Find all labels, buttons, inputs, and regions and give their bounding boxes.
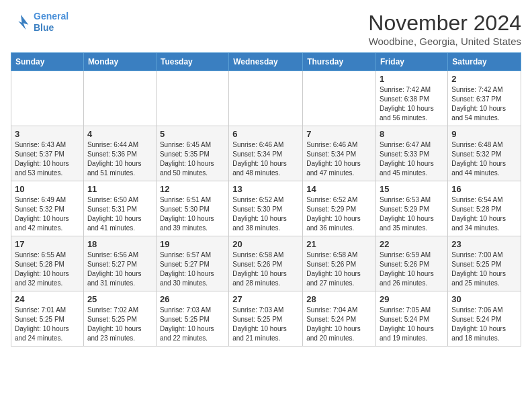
day-cell [11,71,84,126]
day-info: Sunrise: 6:44 AM Sunset: 5:36 PM Dayligh… [87,140,152,178]
week-row-3: 10Sunrise: 6:49 AM Sunset: 5:32 PM Dayli… [11,181,521,236]
day-info: Sunrise: 6:45 AM Sunset: 5:35 PM Dayligh… [160,140,225,178]
calendar-body: 1Sunrise: 7:42 AM Sunset: 6:38 PM Daylig… [11,71,521,347]
day-number: 18 [87,239,152,249]
day-cell: 14Sunrise: 6:52 AM Sunset: 5:29 PM Dayli… [303,181,376,236]
header-cell-thursday: Thursday [303,53,376,71]
day-cell: 23Sunrise: 7:00 AM Sunset: 5:25 PM Dayli… [448,236,521,291]
logo-line2: Blue [34,22,54,33]
week-row-5: 24Sunrise: 7:01 AM Sunset: 5:25 PM Dayli… [11,291,521,347]
day-number: 5 [160,129,225,139]
day-number: 27 [232,294,299,304]
day-info: Sunrise: 7:03 AM Sunset: 5:25 PM Dayligh… [160,306,225,343]
day-info: Sunrise: 6:43 AM Sunset: 5:37 PM Dayligh… [15,140,80,178]
day-info: Sunrise: 6:52 AM Sunset: 5:30 PM Dayligh… [232,195,299,233]
day-cell: 21Sunrise: 6:58 AM Sunset: 5:26 PM Dayli… [303,236,376,291]
day-number: 4 [87,129,152,139]
day-number: 11 [87,184,152,194]
day-cell: 11Sunrise: 6:50 AM Sunset: 5:31 PM Dayli… [83,181,156,236]
day-info: Sunrise: 6:49 AM Sunset: 5:32 PM Dayligh… [15,195,80,233]
day-number: 10 [15,184,80,194]
day-info: Sunrise: 6:46 AM Sunset: 5:34 PM Dayligh… [306,140,372,178]
month-title: November 2024 [368,11,521,36]
day-info: Sunrise: 6:58 AM Sunset: 5:26 PM Dayligh… [232,250,299,288]
day-number: 16 [451,184,517,194]
day-number: 22 [380,239,444,249]
day-cell: 16Sunrise: 6:54 AM Sunset: 5:28 PM Dayli… [448,181,521,236]
header-cell-tuesday: Tuesday [156,53,228,71]
calendar-table: SundayMondayTuesdayWednesdayThursdayFrid… [11,52,521,347]
day-info: Sunrise: 6:50 AM Sunset: 5:31 PM Dayligh… [87,195,152,233]
day-number: 25 [87,294,152,304]
day-number: 30 [451,294,517,304]
day-cell: 6Sunrise: 6:46 AM Sunset: 5:34 PM Daylig… [229,126,303,181]
day-info: Sunrise: 6:46 AM Sunset: 5:34 PM Dayligh… [232,140,299,178]
day-cell [303,71,376,126]
calendar-header: SundayMondayTuesdayWednesdayThursdayFrid… [11,53,521,71]
day-info: Sunrise: 7:42 AM Sunset: 6:38 PM Dayligh… [380,85,444,123]
day-number: 1 [380,74,444,84]
day-cell: 29Sunrise: 7:05 AM Sunset: 5:24 PM Dayli… [376,291,448,347]
day-info: Sunrise: 6:56 AM Sunset: 5:27 PM Dayligh… [87,250,152,288]
day-cell: 10Sunrise: 6:49 AM Sunset: 5:32 PM Dayli… [11,181,84,236]
day-number: 28 [306,294,372,304]
svg-rect-0 [11,12,31,32]
day-cell: 2Sunrise: 7:42 AM Sunset: 6:37 PM Daylig… [448,71,521,126]
logo: General Blue [11,11,69,34]
day-number: 6 [232,129,299,139]
day-number: 9 [451,129,517,139]
day-number: 12 [160,184,225,194]
day-info: Sunrise: 6:48 AM Sunset: 5:32 PM Dayligh… [451,140,517,178]
day-info: Sunrise: 6:53 AM Sunset: 5:29 PM Dayligh… [380,195,444,233]
day-number: 20 [232,239,299,249]
logo-line1: General [34,11,69,21]
day-info: Sunrise: 6:47 AM Sunset: 5:33 PM Dayligh… [380,140,444,178]
day-number: 14 [306,184,372,194]
day-cell: 4Sunrise: 6:44 AM Sunset: 5:36 PM Daylig… [83,126,156,181]
day-number: 2 [451,74,517,84]
day-info: Sunrise: 7:03 AM Sunset: 5:25 PM Dayligh… [232,306,299,343]
day-cell: 24Sunrise: 7:01 AM Sunset: 5:25 PM Dayli… [11,291,84,347]
day-cell [83,71,156,126]
day-cell: 8Sunrise: 6:47 AM Sunset: 5:33 PM Daylig… [376,126,448,181]
week-row-4: 17Sunrise: 6:55 AM Sunset: 5:28 PM Dayli… [11,236,521,291]
day-info: Sunrise: 6:54 AM Sunset: 5:28 PM Dayligh… [451,195,517,233]
day-cell: 1Sunrise: 7:42 AM Sunset: 6:38 PM Daylig… [376,71,448,126]
day-cell: 27Sunrise: 7:03 AM Sunset: 5:25 PM Dayli… [229,291,303,347]
page-header: General Blue November 2024 Woodbine, Geo… [11,11,521,47]
day-number: 15 [380,184,444,194]
day-cell: 19Sunrise: 6:57 AM Sunset: 5:27 PM Dayli… [156,236,228,291]
day-info: Sunrise: 6:52 AM Sunset: 5:29 PM Dayligh… [306,195,372,233]
day-info: Sunrise: 6:58 AM Sunset: 5:26 PM Dayligh… [306,250,372,288]
day-cell: 7Sunrise: 6:46 AM Sunset: 5:34 PM Daylig… [303,126,376,181]
day-info: Sunrise: 7:42 AM Sunset: 6:37 PM Dayligh… [451,85,517,123]
day-info: Sunrise: 6:59 AM Sunset: 5:26 PM Dayligh… [380,250,444,288]
day-cell: 28Sunrise: 7:04 AM Sunset: 5:24 PM Dayli… [303,291,376,347]
week-row-2: 3Sunrise: 6:43 AM Sunset: 5:37 PM Daylig… [11,126,521,181]
day-number: 13 [232,184,299,194]
day-cell: 13Sunrise: 6:52 AM Sunset: 5:30 PM Dayli… [229,181,303,236]
logo-icon [11,12,31,32]
day-number: 17 [15,239,80,249]
day-number: 26 [160,294,225,304]
title-block: November 2024 Woodbine, Georgia, United … [368,11,521,47]
header-cell-monday: Monday [83,53,156,71]
day-info: Sunrise: 6:57 AM Sunset: 5:27 PM Dayligh… [160,250,225,288]
day-info: Sunrise: 6:51 AM Sunset: 5:30 PM Dayligh… [160,195,225,233]
location-subtitle: Woodbine, Georgia, United States [368,36,521,47]
day-number: 3 [15,129,80,139]
day-info: Sunrise: 6:55 AM Sunset: 5:28 PM Dayligh… [15,250,80,288]
day-cell: 20Sunrise: 6:58 AM Sunset: 5:26 PM Dayli… [229,236,303,291]
day-cell: 22Sunrise: 6:59 AM Sunset: 5:26 PM Dayli… [376,236,448,291]
header-cell-saturday: Saturday [448,53,521,71]
day-info: Sunrise: 7:01 AM Sunset: 5:25 PM Dayligh… [15,306,80,343]
day-cell: 12Sunrise: 6:51 AM Sunset: 5:30 PM Dayli… [156,181,228,236]
logo-text: General Blue [34,11,69,34]
day-cell: 3Sunrise: 6:43 AM Sunset: 5:37 PM Daylig… [11,126,84,181]
day-number: 8 [380,129,444,139]
header-cell-friday: Friday [376,53,448,71]
day-info: Sunrise: 7:04 AM Sunset: 5:24 PM Dayligh… [306,306,372,343]
day-info: Sunrise: 7:06 AM Sunset: 5:24 PM Dayligh… [451,306,517,343]
day-number: 29 [380,294,444,304]
day-cell: 17Sunrise: 6:55 AM Sunset: 5:28 PM Dayli… [11,236,84,291]
